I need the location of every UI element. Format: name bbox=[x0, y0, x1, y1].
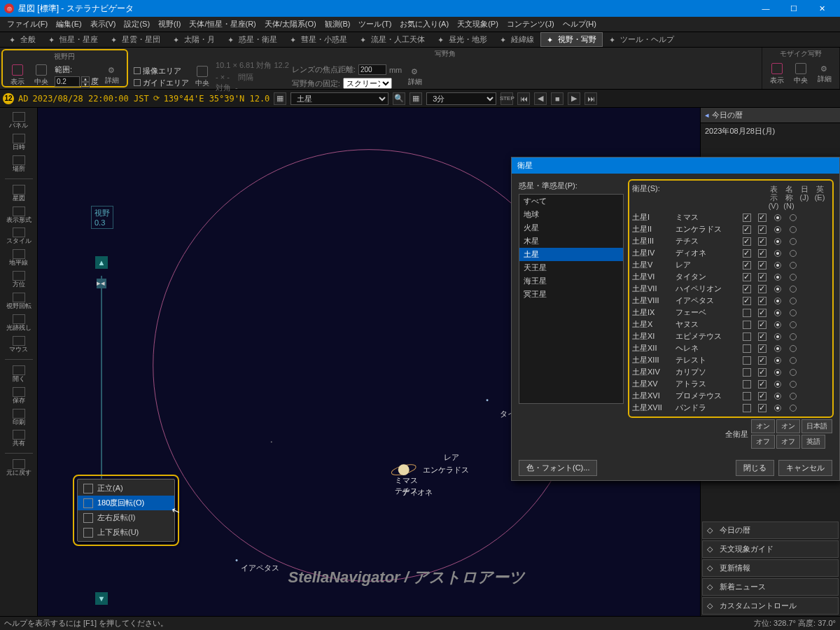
planet-row[interactable]: 火星 bbox=[519, 221, 623, 234]
sidetool-方位[interactable]: 方位 bbox=[4, 270, 34, 290]
sat-jp-radio[interactable] bbox=[774, 238, 781, 245]
sat-en-radio[interactable] bbox=[790, 309, 797, 316]
accordion-header[interactable]: ◇天文現象ガイド bbox=[702, 540, 839, 558]
ribbon-tab[interactable]: ✦昼光・地形 bbox=[431, 32, 493, 47]
sidetool-表示形式[interactable]: 表示形式 bbox=[4, 205, 34, 225]
dialog-title[interactable]: 衛星 bbox=[512, 158, 839, 174]
sidetool-視野回転[interactable]: 視野回転 bbox=[4, 291, 34, 312]
sat-en-radio[interactable] bbox=[790, 262, 797, 269]
dialog-cancel-button[interactable]: キャンセル bbox=[778, 460, 832, 476]
accordion-header[interactable]: ◇更新情報 bbox=[702, 559, 839, 577]
sat-visible-checkbox[interactable] bbox=[743, 237, 751, 246]
sidetool-スタイル[interactable]: スタイル bbox=[4, 226, 34, 246]
time-badge[interactable]: 12 bbox=[3, 93, 14, 104]
frame-center-button[interactable]: 中央 bbox=[192, 64, 213, 90]
target-select[interactable]: 土星 bbox=[290, 92, 388, 105]
time-first-button[interactable]: ⏮ bbox=[517, 92, 530, 105]
sat-en-radio[interactable] bbox=[790, 321, 797, 328]
range-up[interactable]: ▲ bbox=[81, 76, 90, 82]
sidetool-元に戻す[interactable]: 元に戻す bbox=[4, 458, 34, 478]
all-v-on[interactable]: オン bbox=[751, 419, 775, 433]
planet-row[interactable]: 地球 bbox=[519, 208, 623, 221]
sat-name-checkbox[interactable] bbox=[758, 285, 766, 293]
sat-jp-radio[interactable] bbox=[774, 214, 781, 221]
sidetool-開く[interactable]: 開く bbox=[4, 364, 34, 384]
sat-jp-radio[interactable] bbox=[774, 405, 781, 412]
ctx-item[interactable]: 180度回転(O) bbox=[78, 496, 174, 510]
mosaic-detail-button[interactable]: 詳細 bbox=[814, 63, 835, 85]
sat-jp-radio[interactable] bbox=[774, 309, 781, 316]
ribbon-tab[interactable]: ✦流星・人工天体 bbox=[354, 32, 431, 47]
time-prev-button[interactable]: ◀ bbox=[534, 92, 547, 105]
sat-jp-radio[interactable] bbox=[774, 345, 781, 352]
lang-jp[interactable]: 日本語 bbox=[802, 419, 832, 433]
sat-en-radio[interactable] bbox=[790, 357, 797, 364]
ribbon-tab[interactable]: ✦太陽・月 bbox=[167, 32, 221, 47]
ctx-item[interactable]: 左右反転(I) bbox=[78, 510, 174, 525]
sat-visible-checkbox[interactable] bbox=[743, 249, 751, 258]
ribbon-tab[interactable]: ✦恒星・星座 bbox=[42, 32, 104, 47]
fov-detail-button[interactable]: 詳細 bbox=[102, 64, 122, 87]
sat-name-checkbox[interactable] bbox=[758, 380, 766, 388]
menu-item[interactable]: 観測(B) bbox=[321, 18, 355, 31]
ribbon-tab[interactable]: ✦経緯線 bbox=[493, 32, 540, 47]
sat-jp-radio[interactable] bbox=[774, 381, 781, 388]
sat-jp-radio[interactable] bbox=[774, 333, 781, 340]
sidetool-共有[interactable]: 共有 bbox=[4, 428, 34, 449]
sat-visible-checkbox[interactable] bbox=[743, 225, 751, 234]
planet-row[interactable]: 冥王星 bbox=[519, 288, 623, 301]
planet-listbox[interactable]: すべて地球火星木星土星天王星海王星冥王星 bbox=[519, 194, 624, 404]
sat-visible-checkbox[interactable] bbox=[743, 344, 751, 353]
close-button[interactable]: ✕ bbox=[808, 0, 836, 17]
range-down[interactable]: ▼ bbox=[81, 82, 90, 88]
sat-name-checkbox[interactable] bbox=[758, 332, 766, 341]
accordion-header[interactable]: ◇新着ニュース bbox=[702, 578, 839, 596]
sidetool-場所[interactable]: 場所 bbox=[4, 154, 34, 174]
fov-center-button[interactable]: 中央 bbox=[31, 63, 52, 88]
sat-en-radio[interactable] bbox=[790, 369, 797, 376]
sidetool-パネル[interactable]: パネル bbox=[4, 111, 34, 131]
ctx-item[interactable]: 上下反転(U) bbox=[78, 525, 174, 540]
sat-jp-radio[interactable] bbox=[774, 357, 781, 364]
planet-row[interactable]: 海王星 bbox=[519, 274, 623, 288]
sat-visible-checkbox[interactable] bbox=[743, 297, 751, 305]
sat-en-radio[interactable] bbox=[790, 298, 797, 304]
sat-visible-checkbox[interactable] bbox=[743, 392, 751, 400]
imaging-area-checkbox[interactable]: 撮像エリア bbox=[134, 66, 189, 76]
frame-fix-select[interactable]: スクリーン bbox=[343, 78, 392, 89]
time-next-button[interactable]: ▶ bbox=[568, 92, 580, 105]
sat-name-checkbox[interactable] bbox=[758, 261, 766, 270]
sat-en-radio[interactable] bbox=[790, 345, 797, 352]
sat-name-checkbox[interactable] bbox=[758, 237, 766, 246]
focal-length-input[interactable] bbox=[358, 64, 386, 75]
menu-item[interactable]: お気に入り(A) bbox=[396, 18, 453, 31]
sat-en-radio[interactable] bbox=[790, 214, 797, 221]
fov-range-input[interactable] bbox=[55, 76, 80, 87]
mosaic-show-button[interactable]: 表示 bbox=[766, 62, 788, 87]
ribbon-tab[interactable]: ✦惑星・衛星 bbox=[221, 32, 284, 47]
menu-item[interactable]: 設定(S) bbox=[120, 18, 154, 31]
step-mode-icon[interactable]: STEP bbox=[500, 92, 513, 105]
sat-jp-radio[interactable] bbox=[774, 274, 781, 281]
sat-jp-radio[interactable] bbox=[774, 286, 781, 293]
sat-en-radio[interactable] bbox=[790, 226, 797, 233]
sat-name-checkbox[interactable] bbox=[758, 309, 766, 317]
planet-row[interactable]: すべて bbox=[519, 195, 623, 208]
sidetool-日時[interactable]: 日時 bbox=[4, 132, 34, 153]
menu-item[interactable]: 天体/恒星・星座(R) bbox=[185, 18, 260, 31]
sat-visible-checkbox[interactable] bbox=[743, 273, 751, 281]
sat-visible-checkbox[interactable] bbox=[743, 380, 751, 388]
sat-en-radio[interactable] bbox=[790, 286, 797, 293]
sat-name-checkbox[interactable] bbox=[758, 273, 766, 281]
sat-visible-checkbox[interactable] bbox=[743, 368, 751, 377]
lang-en[interactable]: 英語 bbox=[802, 435, 825, 449]
planet-row[interactable]: 木星 bbox=[519, 234, 623, 248]
sat-visible-checkbox[interactable] bbox=[743, 214, 751, 222]
menu-item[interactable]: 天文現象(P) bbox=[453, 18, 503, 31]
sat-jp-radio[interactable] bbox=[774, 369, 781, 376]
fov-show-button[interactable]: 表示 bbox=[7, 63, 28, 88]
sat-name-checkbox[interactable] bbox=[758, 344, 766, 353]
sat-visible-checkbox[interactable] bbox=[743, 309, 751, 317]
ribbon-tab[interactable]: ✦ツール・ヘルプ bbox=[603, 32, 680, 47]
sat-en-radio[interactable] bbox=[790, 333, 797, 340]
